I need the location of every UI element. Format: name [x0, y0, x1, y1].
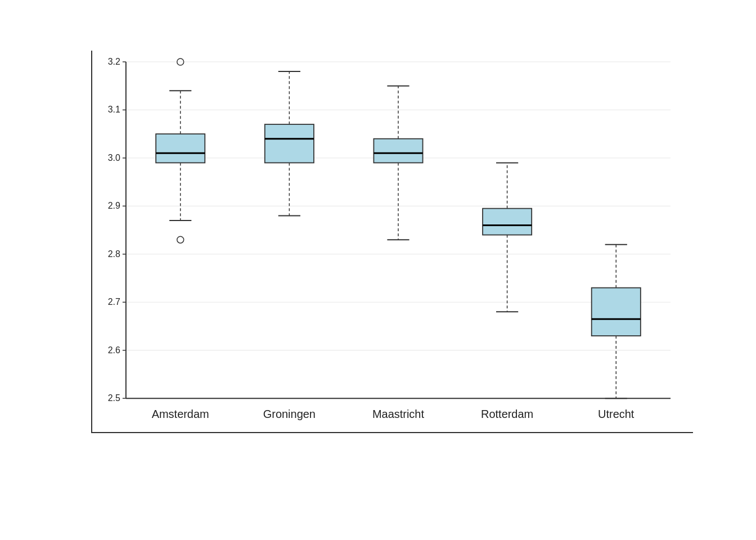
- svg-text:Maastricht: Maastricht: [372, 408, 424, 420]
- svg-text:2.9: 2.9: [108, 201, 120, 210]
- chart-svg: 2.52.62.72.82.93.03.13.2AmsterdamGroning…: [92, 51, 693, 432]
- svg-text:Utrecht: Utrecht: [598, 408, 634, 420]
- svg-rect-30: [156, 134, 205, 163]
- svg-text:2.7: 2.7: [108, 297, 120, 307]
- svg-text:Amsterdam: Amsterdam: [152, 408, 209, 420]
- svg-rect-39: [265, 124, 314, 163]
- svg-text:2.6: 2.6: [108, 345, 120, 355]
- svg-rect-53: [483, 209, 532, 235]
- chart-area: 2.52.62.72.82.93.03.13.2AmsterdamGroning…: [91, 51, 693, 433]
- svg-rect-60: [592, 288, 641, 336]
- chart-container: 2.52.62.72.82.93.03.13.2AmsterdamGroning…: [40, 28, 716, 512]
- svg-rect-46: [374, 139, 422, 163]
- svg-text:3.1: 3.1: [108, 105, 120, 114]
- svg-text:2.8: 2.8: [108, 249, 120, 259]
- svg-text:Groningen: Groningen: [263, 408, 316, 420]
- svg-text:3.0: 3.0: [108, 153, 120, 163]
- svg-text:Rotterdam: Rotterdam: [481, 408, 533, 420]
- svg-point-33: [177, 236, 184, 243]
- svg-text:2.5: 2.5: [108, 393, 120, 403]
- svg-text:3.2: 3.2: [108, 57, 120, 66]
